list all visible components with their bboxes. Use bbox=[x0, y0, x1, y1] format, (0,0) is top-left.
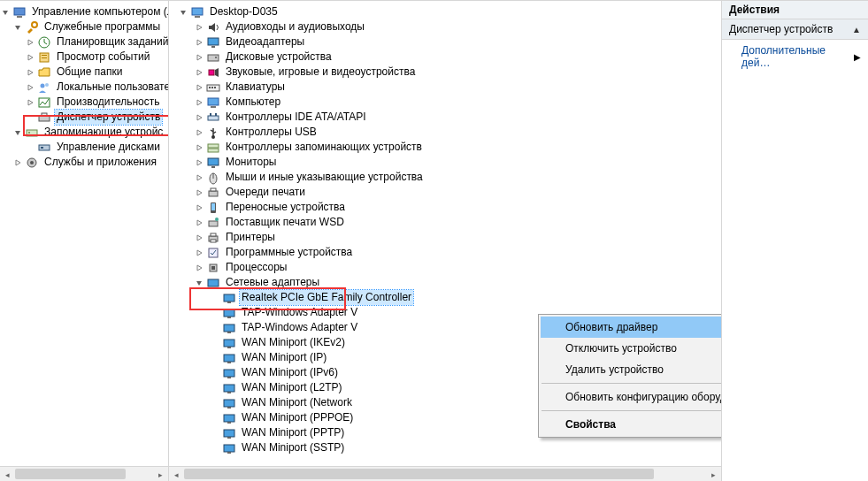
tree-label: Общие папки bbox=[55, 65, 124, 80]
chevron-right-icon[interactable] bbox=[12, 157, 23, 168]
device-tree-item[interactable]: Поставщик печати WSD bbox=[178, 215, 721, 230]
chevron-down-icon[interactable] bbox=[12, 127, 23, 138]
tree-item-services-apps[interactable]: Службы и приложения bbox=[0, 155, 168, 170]
device-tree-item[interactable]: Программные устройства bbox=[178, 245, 721, 260]
chevron-right-icon[interactable] bbox=[25, 82, 35, 93]
chevron-right-icon[interactable] bbox=[25, 97, 35, 108]
svg-rect-29 bbox=[208, 98, 219, 105]
collapse-arrow-icon[interactable]: ▲ bbox=[852, 25, 861, 34]
device-tree-item[interactable]: Дисковые устройства bbox=[178, 50, 721, 65]
context-menu-disable-device[interactable]: Отключить устройство bbox=[541, 338, 722, 359]
scroll-right-button[interactable]: ▸ bbox=[706, 467, 721, 481]
device-label: Desktop-D035 bbox=[208, 4, 280, 19]
chevron-right-icon[interactable] bbox=[25, 52, 35, 63]
chevron-down-icon[interactable] bbox=[12, 22, 23, 33]
svg-rect-63 bbox=[227, 362, 231, 363]
device-tree-item[interactable]: Desktop-D035 bbox=[178, 4, 721, 19]
scheduler-icon bbox=[37, 35, 51, 50]
device-tree-item[interactable]: Звуковые, игровые и видеоустройства bbox=[178, 65, 721, 80]
svg-rect-6 bbox=[42, 57, 47, 58]
chevron-right-icon[interactable] bbox=[194, 172, 204, 183]
context-menu[interactable]: Обновить драйвер Отключить устройство Уд… bbox=[538, 314, 722, 438]
chevron-down-icon[interactable] bbox=[178, 7, 188, 18]
device-tree-item[interactable]: Клавиатуры bbox=[178, 80, 721, 95]
chevron-right-icon[interactable] bbox=[194, 157, 204, 168]
chevron-right-icon[interactable] bbox=[194, 202, 204, 213]
context-menu-properties[interactable]: Свойства bbox=[541, 414, 722, 435]
context-menu-uninstall-device[interactable]: Удалить устройство bbox=[541, 359, 722, 380]
tree-item-disk-management[interactable]: Управление дисками bbox=[0, 140, 168, 155]
device-tree-item[interactable]: Процессоры bbox=[178, 260, 721, 275]
tree-root-computer-management[interactable]: Управление компьютером (л bbox=[0, 4, 168, 19]
device-tree-item[interactable]: Переносные устройства bbox=[178, 200, 721, 215]
device-tree-item[interactable]: Видеоадаптеры bbox=[178, 34, 721, 50]
chevron-right-icon[interactable] bbox=[194, 248, 204, 258]
tree-item-device-manager[interactable]: Диспетчер устройств bbox=[0, 110, 168, 125]
svg-rect-66 bbox=[224, 385, 234, 392]
chevron-right-icon[interactable] bbox=[194, 22, 204, 33]
device-tree-item[interactable]: Очереди печати bbox=[178, 185, 721, 200]
chevron-right-icon[interactable] bbox=[194, 82, 204, 93]
chevron-right-icon[interactable] bbox=[194, 233, 204, 243]
horizontal-scrollbar[interactable]: ◂ ▸ bbox=[0, 466, 168, 481]
chevron-down-icon[interactable] bbox=[194, 278, 204, 288]
tree-item-shared-folders[interactable]: Общие папки bbox=[0, 65, 168, 80]
device-tree-item[interactable]: Мониторы bbox=[178, 155, 721, 170]
tree-item-performance[interactable]: Производительность bbox=[0, 95, 168, 110]
device-tree-item[interactable]: Мыши и иные указывающие устройства bbox=[178, 170, 721, 185]
net-icon bbox=[206, 276, 220, 290]
svg-rect-12 bbox=[27, 130, 37, 136]
chevron-right-icon[interactable] bbox=[25, 37, 35, 48]
scroll-right-button[interactable]: ▸ bbox=[153, 467, 168, 481]
chevron-right-icon[interactable] bbox=[194, 67, 204, 78]
chevron-right-icon[interactable] bbox=[194, 112, 204, 123]
no-twisty bbox=[210, 443, 220, 454]
device-tree-item[interactable]: Контроллеры запоминающих устройств bbox=[178, 140, 721, 155]
tree-item-storage[interactable]: Запоминающие устройс bbox=[0, 125, 168, 140]
device-label: WAN Miniport (PPTP) bbox=[240, 425, 346, 440]
device-tree-item[interactable]: Принтеры bbox=[178, 230, 721, 245]
chevron-right-icon[interactable] bbox=[194, 187, 204, 198]
actions-group-header[interactable]: Диспетчер устройств ▲ bbox=[722, 19, 868, 40]
device-tree-item[interactable]: Realtek PCIe GbE Family Controller bbox=[178, 290, 721, 305]
svg-rect-53 bbox=[208, 279, 219, 286]
svg-point-46 bbox=[215, 218, 219, 221]
scroll-track[interactable] bbox=[184, 467, 706, 481]
chevron-right-icon[interactable] bbox=[25, 67, 35, 78]
device-tree-item[interactable]: Контроллеры IDE ATA/ATAPI bbox=[178, 110, 721, 125]
audio-icon bbox=[206, 20, 220, 34]
svg-rect-14 bbox=[39, 145, 50, 150]
scroll-left-button[interactable]: ◂ bbox=[0, 467, 15, 481]
context-menu-update-driver[interactable]: Обновить драйвер bbox=[541, 317, 722, 338]
portable-icon bbox=[206, 201, 220, 215]
tree-item-system-tools[interactable]: Служебные программы bbox=[0, 19, 168, 34]
chevron-right-icon[interactable] bbox=[194, 142, 204, 153]
device-tree-item[interactable]: Аудиовходы и аудиовыходы bbox=[178, 19, 721, 34]
svg-rect-41 bbox=[209, 191, 218, 196]
device-tree-item[interactable]: Компьютер bbox=[178, 95, 721, 110]
svg-rect-74 bbox=[224, 445, 234, 452]
chevron-right-icon[interactable] bbox=[194, 263, 204, 273]
device-tree-item[interactable]: Контроллеры USB bbox=[178, 125, 721, 140]
chevron-right-icon[interactable] bbox=[194, 218, 204, 228]
chevron-right-icon[interactable] bbox=[194, 52, 204, 63]
actions-more-actions[interactable]: Дополнительные дей… ▶ bbox=[722, 40, 868, 73]
chevron-right-icon[interactable] bbox=[194, 97, 204, 108]
scroll-track[interactable] bbox=[15, 467, 153, 481]
horizontal-scrollbar[interactable]: ◂ ▸ bbox=[169, 466, 721, 481]
device-tree-item[interactable]: Сетевые адаптеры bbox=[178, 275, 721, 290]
chevron-down-icon[interactable] bbox=[0, 7, 11, 18]
tree-item-task-scheduler[interactable]: Планировщик заданий bbox=[0, 34, 168, 50]
nic-icon bbox=[222, 396, 236, 410]
chevron-right-icon[interactable] bbox=[194, 127, 204, 138]
tree-label: Производительность bbox=[55, 95, 161, 110]
left-tree[interactable]: Управление компьютером (л Служебные прог… bbox=[0, 1, 168, 481]
chevron-right-icon[interactable] bbox=[194, 37, 204, 48]
tree-item-local-users[interactable]: Локальные пользовате bbox=[0, 80, 168, 95]
scroll-left-button[interactable]: ◂ bbox=[169, 467, 184, 481]
tree-item-event-viewer[interactable]: Просмотр событий bbox=[0, 50, 168, 65]
context-menu-scan-hardware[interactable]: Обновить конфигурацию оборудования bbox=[541, 386, 722, 408]
svg-rect-20 bbox=[208, 38, 219, 45]
users-icon bbox=[37, 80, 51, 95]
device-tree-item[interactable]: WAN Miniport (SSTP) bbox=[178, 440, 721, 455]
